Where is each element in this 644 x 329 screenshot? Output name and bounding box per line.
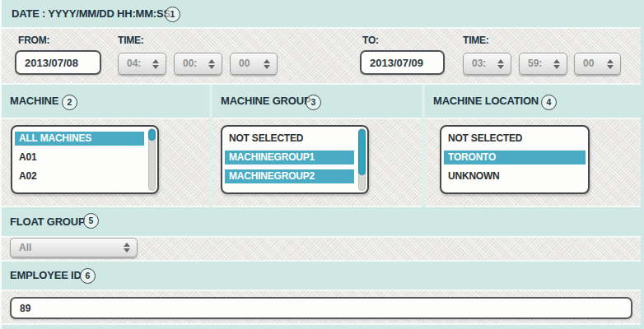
machine-listbox[interactable]: ALL MACHINES A01 A02 (11, 125, 159, 194)
to-date-input[interactable] (360, 50, 445, 75)
step-badge-5: 5 (83, 213, 99, 229)
to-second-value: 00 (583, 58, 594, 69)
scrollbar-thumb[interactable] (148, 129, 156, 141)
column-divider (422, 85, 425, 207)
spinner-arrows-icon (607, 59, 614, 69)
from-hour-value: 04: (127, 58, 141, 69)
to-hour-value: 03: (472, 58, 486, 69)
spinner-arrows-icon (208, 59, 215, 69)
from-second-value: 00 (239, 58, 250, 69)
to-time-label: TIME: (463, 35, 489, 46)
machine-location-option[interactable]: UNKNOWN (444, 169, 586, 183)
float-group-heading: FLOAT GROUP (10, 207, 85, 236)
float-group-select[interactable]: All (10, 238, 138, 257)
machine-list-scrollbar[interactable] (148, 128, 156, 191)
to-hour-select[interactable]: 03: (463, 53, 511, 75)
machine-group-list-scrollbar[interactable] (358, 128, 366, 191)
machine-group-option[interactable]: MACHINEGROUP2 (225, 169, 354, 183)
float-group-value: All (19, 242, 31, 253)
machine-location-listbox[interactable]: NOT SELECTED TORONTO UNKNOWN (440, 125, 590, 194)
date-format-heading: DATE : YYYY/MM/DD HH:MM:SS (12, 0, 170, 27)
machine-option[interactable]: A01 (15, 151, 144, 164)
machine-heading: MACHINE (10, 85, 58, 118)
from-label: FROM: (18, 35, 49, 46)
spinner-arrows-icon (124, 243, 130, 253)
step-badge-4: 4 (541, 95, 557, 110)
spinner-arrows-icon (152, 59, 159, 69)
to-second-select[interactable]: 00 (574, 53, 621, 75)
to-label: TO: (362, 35, 379, 46)
from-minute-value: 00: (183, 58, 197, 69)
from-time-label: TIME: (118, 35, 144, 46)
from-date-input[interactable] (15, 50, 101, 75)
from-minute-select[interactable]: 00: (174, 53, 222, 75)
from-second-select[interactable]: 00 (230, 53, 278, 75)
step-badge-3: 3 (306, 95, 321, 110)
step-badge-1: 1 (165, 7, 180, 22)
spinner-arrows-icon (553, 59, 560, 69)
machine-option[interactable]: ALL MACHINES (15, 132, 144, 146)
machine-option[interactable]: A02 (15, 169, 144, 183)
bottom-strip (0, 325, 644, 329)
employee-id-heading: EMPLOYEE ID (10, 262, 82, 290)
step-badge-6: 6 (80, 268, 96, 284)
to-minute-value: 59: (528, 58, 542, 69)
from-hour-select[interactable]: 04: (118, 53, 166, 75)
employee-id-header-band (0, 262, 644, 290)
machine-group-option[interactable]: MACHINEGROUP1 (225, 151, 354, 164)
employee-id-input[interactable] (10, 297, 632, 319)
machine-group-listbox[interactable]: NOT SELECTED MACHINEGROUP1 MACHINEGROUP2 (221, 125, 369, 194)
spinner-arrows-icon (264, 59, 270, 69)
machine-group-option[interactable]: NOT SELECTED (225, 132, 354, 146)
machine-group-heading: MACHINE GROUP (221, 85, 310, 118)
machine-location-option[interactable]: NOT SELECTED (444, 132, 586, 146)
machine-location-option[interactable]: TORONTO (444, 151, 586, 164)
to-minute-select[interactable]: 59: (519, 53, 567, 75)
scrollbar-thumb[interactable] (358, 129, 366, 175)
left-edge-strip (0, 0, 2, 329)
spinner-arrows-icon (497, 59, 504, 69)
column-divider (209, 85, 212, 207)
machine-location-heading: MACHINE LOCATION (433, 85, 539, 118)
step-badge-2: 2 (62, 95, 77, 110)
